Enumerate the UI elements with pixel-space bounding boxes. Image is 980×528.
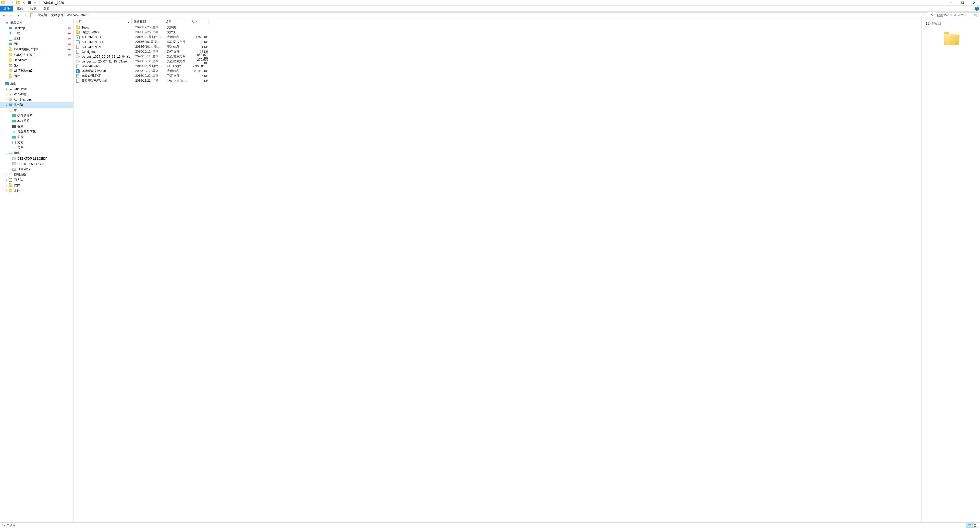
file-row[interactable]: AUTORUN.ICO 2015/5/10, 星期日 02... ICO 图片文… bbox=[73, 40, 921, 44]
breadcrumb-item[interactable]: 此电脑 bbox=[37, 13, 48, 18]
column-size[interactable]: 大小 bbox=[189, 19, 209, 25]
column-label: 大小 bbox=[191, 20, 197, 24]
sidebar-item[interactable]: › 此电脑 bbox=[0, 102, 73, 108]
expand-icon[interactable]: › bbox=[5, 179, 8, 181]
sidebar-item[interactable]: › Administrator bbox=[0, 97, 73, 102]
sidebar-item[interactable]: 视频 bbox=[0, 124, 73, 129]
sidebar-item[interactable]: Desktop 📌 bbox=[0, 25, 73, 31]
column-type[interactable]: 类型 bbox=[163, 19, 189, 25]
chevron-icon[interactable]: › bbox=[48, 14, 50, 17]
sidebar-item[interactable]: Bandicam bbox=[0, 57, 73, 63]
file-row[interactable]: U盘安装教程 2020/12/25, 星期五 1... 文件夹 bbox=[73, 30, 921, 35]
file-row[interactable]: 本地硬盘安装.exe 2020/10/12, 星期一 1... 应用程序 28,… bbox=[73, 69, 921, 73]
back-button[interactable]: ← bbox=[1, 13, 7, 18]
sidebar-item-label: 图片 bbox=[18, 135, 72, 139]
search-input[interactable] bbox=[937, 14, 978, 17]
expand-icon[interactable]: › bbox=[5, 103, 8, 106]
up-button[interactable]: ↑ bbox=[22, 13, 29, 18]
icons-view-button[interactable] bbox=[972, 523, 978, 528]
expand-icon[interactable]: › bbox=[5, 87, 8, 90]
breadcrumb-item[interactable]: Win7x64_2020 bbox=[66, 13, 88, 18]
minimize-button[interactable] bbox=[945, 0, 956, 6]
recent-dropdown[interactable]: ▾ bbox=[15, 13, 21, 18]
sidebar-item[interactable]: ⬇ 天翼云盘下载 bbox=[0, 129, 73, 135]
help-icon[interactable]: ? bbox=[975, 6, 979, 11]
file-list[interactable]: 名称 ▴ 修改日期 类型 大小 Tools 2020/12/25, 星期五 1.… bbox=[73, 19, 921, 522]
breadcrumb-item[interactable]: 文档 (E:) bbox=[50, 13, 64, 18]
expand-icon[interactable]: › bbox=[5, 98, 8, 101]
forward-button[interactable]: → bbox=[8, 13, 14, 18]
file-name: 硬盘安装教程.html bbox=[82, 79, 133, 83]
address-bar[interactable]: › 此电脑 › 文档 (E:) › Win7x64_2020 › ⌄ bbox=[30, 13, 928, 18]
sidebar-item[interactable]: PC-20190530OBLA bbox=[0, 161, 73, 166]
sidebar-item[interactable]: 图片 📌 bbox=[0, 41, 73, 47]
rename-icon[interactable]: ⬛ bbox=[27, 1, 32, 5]
expand-icon[interactable]: › bbox=[5, 189, 8, 192]
sidebar-item[interactable]: 保存的图片 bbox=[0, 113, 73, 118]
sidebar-item[interactable]: 本机照片 bbox=[0, 118, 73, 124]
sidebar-item[interactable]: › 回收站 bbox=[0, 177, 73, 182]
file-row[interactable]: pe_yqs_xp_20_07_31_15_53.iso 2020/10/12,… bbox=[73, 59, 921, 64]
navigation-pane[interactable]: ⌄ ★ 快速访问 Desktop 📌⬇ 下载 📌 文档 📌 图片 📌 excel… bbox=[0, 19, 73, 522]
sidebar-item[interactable]: › ☁ WPS网盘 bbox=[0, 92, 73, 97]
file-row[interactable]: AUTORUN.INF 2015/5/10, 星期日 02... 安装信息 1 … bbox=[73, 44, 921, 49]
column-date[interactable]: 修改日期 bbox=[132, 19, 163, 25]
expand-icon[interactable]: ⌄ bbox=[5, 109, 8, 112]
expand-icon[interactable]: › bbox=[5, 93, 8, 96]
address-dropdown-icon[interactable]: ⌄ bbox=[921, 14, 927, 17]
sidebar-item[interactable]: 图片 bbox=[0, 135, 73, 140]
sidebar-network[interactable]: ⌄ 🖧 网络 bbox=[0, 151, 73, 156]
main-area: ⌄ ★ 快速访问 Desktop 📌⬇ 下载 📌 文档 📌 图片 📌 excel… bbox=[0, 19, 980, 522]
expand-icon[interactable]: ⌄ bbox=[5, 152, 8, 155]
chevron-icon[interactable]: › bbox=[88, 14, 90, 17]
sidebar-item[interactable]: 文档 bbox=[0, 140, 73, 145]
tab-share[interactable]: 共享 bbox=[27, 6, 40, 11]
tab-file[interactable]: 文件 bbox=[0, 6, 13, 11]
sidebar-item[interactable]: ⬇ 下载 📌 bbox=[0, 31, 73, 36]
sidebar-item[interactable]: ⌄ 🗂 库 bbox=[0, 108, 73, 113]
file-row[interactable]: Win7x64.gho 2019/9/7, 星期六 19:... GHO 文件 … bbox=[73, 64, 921, 69]
column-name[interactable]: 名称 ▴ bbox=[73, 19, 132, 25]
sidebar-item[interactable]: › ☁ OneDrive bbox=[0, 86, 73, 92]
qat-dropdown-icon[interactable]: ▾ bbox=[33, 1, 37, 5]
properties-icon[interactable]: ✓ bbox=[11, 1, 14, 5]
sidebar-item[interactable]: ♪ 音乐 bbox=[0, 145, 73, 151]
sidebar-item[interactable]: 文档 📌 bbox=[0, 36, 73, 41]
sidebar-item[interactable]: G:\ bbox=[0, 63, 73, 68]
close-button[interactable] bbox=[968, 0, 980, 6]
sidebar-item[interactable]: 图片 bbox=[0, 73, 73, 79]
file-row[interactable]: 硬盘安装教程.html 2016/11/21, 星期一 2... 360 se … bbox=[73, 78, 921, 83]
file-row[interactable]: Tools 2020/12/25, 星期五 1... 文件夹 bbox=[73, 25, 921, 30]
sidebar-item[interactable]: › 控制面板 bbox=[0, 172, 73, 177]
expand-icon[interactable]: › bbox=[5, 173, 8, 176]
maximize-button[interactable] bbox=[956, 0, 968, 6]
delete-icon[interactable]: ✕ bbox=[22, 1, 26, 5]
folder-preview-icon bbox=[943, 34, 959, 47]
refresh-button[interactable]: ↻ bbox=[929, 13, 935, 18]
sidebar-quickaccess[interactable]: ⌄ ★ 快速访问 bbox=[0, 20, 73, 25]
chevron-icon[interactable]: › bbox=[35, 14, 37, 17]
new-folder-icon[interactable] bbox=[16, 1, 20, 5]
tab-view[interactable]: 查看 bbox=[40, 6, 53, 11]
sidebar-item[interactable]: ZMT2019 bbox=[0, 166, 73, 172]
sidebar-item[interactable]: YUNQISHI2019 📌 bbox=[0, 52, 73, 57]
search-box[interactable]: 🔍 bbox=[935, 13, 979, 18]
sidebar-item[interactable]: win7重装win7 bbox=[0, 68, 73, 73]
sidebar-item[interactable]: DESKTOP-LSSOEDP bbox=[0, 156, 73, 161]
folder-icon bbox=[30, 13, 35, 17]
sidebar-item[interactable]: excel表格制作求和 📌 bbox=[0, 47, 73, 52]
search-icon[interactable]: 🔍 bbox=[974, 14, 978, 17]
chevron-icon[interactable]: › bbox=[64, 14, 65, 17]
sidebar-desktop[interactable]: ⌄ 桌面 bbox=[0, 81, 73, 86]
file-row[interactable]: AUTORUN.EXE 2016/1/8, 星期五 04:... 应用程序 1,… bbox=[73, 35, 921, 40]
ribbon-expand-icon[interactable]: ⌄ bbox=[971, 7, 974, 11]
expand-icon[interactable]: ⌄ bbox=[2, 82, 5, 85]
details-view-button[interactable] bbox=[966, 523, 972, 528]
sidebar-item[interactable]: › 文件 bbox=[0, 188, 73, 193]
file-row[interactable]: 光盘说明.TXT 2016/10/23, 星期日 0... TXT 文件 5 K… bbox=[73, 73, 921, 78]
expand-icon[interactable]: › bbox=[5, 184, 8, 187]
tab-home[interactable]: 主页 bbox=[13, 6, 27, 11]
expand-icon[interactable]: ⌄ bbox=[2, 21, 5, 24]
sidebar-item[interactable]: › 软件 bbox=[0, 182, 73, 188]
pin-icon: 📌 bbox=[67, 26, 71, 30]
